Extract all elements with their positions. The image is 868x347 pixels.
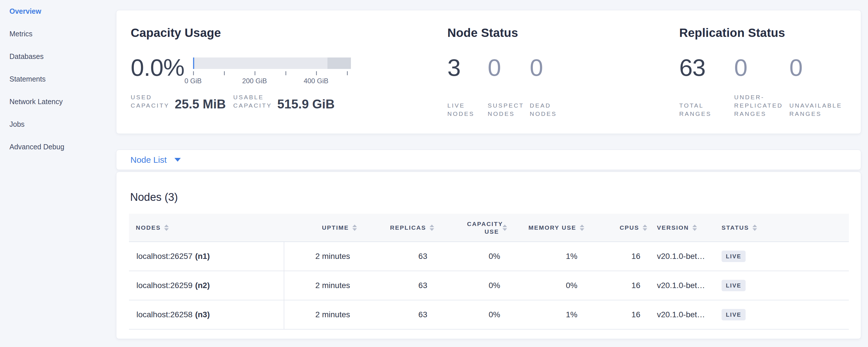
stat-value-under-replicated-ranges: 0 — [734, 57, 789, 78]
nodes-table-card: Nodes (3) NODESUPTIMEREPLICASCAPACITY US… — [116, 171, 861, 339]
sort-down-arrow — [580, 228, 584, 231]
node-id: (n1) — [195, 252, 210, 261]
version-cell: v20.1.0-bet… — [655, 271, 720, 300]
column-header-memory-use[interactable]: MEMORY USE — [515, 214, 592, 242]
stat-value-live-nodes: 3 — [447, 57, 488, 78]
column-header-label: CPUS — [620, 224, 639, 231]
memory-use-cell: 0% — [515, 271, 592, 300]
replicas-cell: 63 — [364, 271, 441, 300]
sort-down-arrow — [643, 228, 647, 231]
stat-value-dead-nodes: 0 — [530, 57, 576, 78]
sort-down-arrow — [352, 228, 357, 231]
used-capacity-value: 25.5 MiB — [175, 99, 226, 109]
replicas-cell: 63 — [364, 242, 441, 271]
axis-tick-label: 0 GiB — [184, 77, 202, 85]
sidebar-item-overview[interactable]: Overview — [9, 0, 116, 23]
status-cell: LIVE — [720, 301, 849, 329]
capacity-use-cell: 0% — [441, 271, 515, 300]
axis-tick — [285, 71, 286, 75]
node-id: (n3) — [195, 310, 210, 319]
sidebar-item-jobs[interactable]: Jobs — [9, 113, 116, 135]
capacity-axis: 0 GiB200 GiB400 GiB — [193, 69, 351, 87]
stat-value-total-ranges: 63 — [679, 57, 734, 78]
stat-label-suspect-nodes: SUSPECT NODES — [488, 101, 523, 118]
status-cell: LIVE — [720, 242, 849, 271]
column-header-label: MEMORY USE — [529, 224, 576, 231]
column-header-nodes[interactable]: NODES — [129, 214, 284, 242]
node-status-stats: 3LIVE NODES0SUSPECT NODES0DEAD NODES — [447, 57, 679, 118]
stat-label-live-nodes: LIVE NODES — [447, 101, 483, 118]
version-cell: v20.1.0-bet… — [655, 242, 720, 271]
sort-icon — [352, 225, 357, 231]
memory-use-cell: 1% — [515, 242, 592, 271]
capacity-bar-chart: 0 GiB200 GiB400 GiB — [193, 57, 351, 87]
uptime-cell: 2 minutes — [284, 301, 364, 329]
sort-up-arrow — [752, 225, 757, 227]
axis-tick — [316, 71, 317, 75]
sidebar-item-metrics[interactable]: Metrics — [9, 23, 116, 45]
node-address: localhost:26257 — [136, 252, 192, 261]
node-list-dropdown-label: Node List — [130, 155, 167, 165]
used-capacity-label: USED CAPACITY — [131, 93, 174, 109]
column-header-label: REPLICAS — [390, 224, 426, 231]
node-row-n2[interactable]: localhost:26259(n2)2 minutes630%0%16v20.… — [129, 271, 849, 301]
sidebar-item-statements[interactable]: Statements — [9, 68, 116, 90]
sort-icon — [430, 225, 434, 231]
column-header-uptime[interactable]: UPTIME — [284, 214, 364, 242]
sidebar-item-network-latency[interactable]: Network Latency — [9, 90, 116, 113]
replication-status-title: Replication Status — [679, 27, 846, 39]
capacity-bar-used-segment — [193, 58, 194, 69]
node-address-cell: localhost:26259(n2) — [129, 271, 284, 300]
stat-label-under-replicated-ranges: UNDER-REPLICATED RANGES — [734, 93, 788, 118]
node-row-n3[interactable]: localhost:26258(n3)2 minutes630%1%16v20.… — [129, 301, 849, 329]
capacity-use-cell: 0% — [441, 242, 515, 271]
sidebar: OverviewMetricsDatabasesStatementsNetwor… — [0, 0, 116, 158]
uptime-cell: 2 minutes — [284, 271, 364, 300]
status-badge: LIVE — [721, 251, 746, 262]
cpus-cell: 16 — [592, 242, 655, 271]
axis-tick — [224, 71, 225, 75]
column-header-status[interactable]: STATUS — [720, 214, 849, 242]
column-header-cpus[interactable]: CPUS — [592, 214, 655, 242]
sort-icon — [692, 225, 697, 231]
sidebar-item-databases[interactable]: Databases — [9, 45, 116, 68]
stat-dead-nodes: 0DEAD NODES — [530, 57, 576, 118]
node-list-dropdown[interactable]: Node List — [130, 155, 181, 165]
replication-status-stats: 63TOTAL RANGES0UNDER-REPLICATED RANGES0U… — [679, 57, 846, 118]
node-address: localhost:26259 — [136, 281, 192, 290]
sort-icon — [502, 225, 507, 231]
usable-capacity-value: 515.9 GiB — [277, 99, 335, 109]
used-capacity-stat: USED CAPACITY 25.5 MiB — [131, 93, 226, 109]
sort-down-arrow — [502, 228, 507, 231]
stat-suspect-nodes: 0SUSPECT NODES — [488, 57, 530, 118]
node-address-cell: localhost:26257(n1) — [129, 242, 284, 271]
status-badge: LIVE — [721, 280, 746, 291]
column-header-label: VERSION — [657, 224, 689, 231]
capacity-used-percent: 0.0% — [131, 57, 188, 87]
cpus-cell: 16 — [592, 271, 655, 300]
column-header-label: STATUS — [721, 224, 749, 231]
cpus-cell: 16 — [592, 301, 655, 329]
sort-down-arrow — [692, 228, 697, 231]
usable-capacity-stat: USABLE CAPACITY 515.9 GiB — [234, 93, 335, 109]
capacity-bar-track — [193, 58, 351, 69]
axis-tick-label: 200 GiB — [242, 77, 267, 85]
node-list-selector-card: Node List — [116, 150, 861, 170]
node-address: localhost:26258 — [136, 310, 192, 319]
column-header-capacity-use[interactable]: CAPACITY USE — [441, 214, 515, 242]
sort-up-arrow — [643, 225, 647, 227]
node-id: (n2) — [195, 281, 210, 290]
replicas-cell: 63 — [364, 301, 441, 329]
axis-tick — [254, 71, 255, 75]
node-row-n1[interactable]: localhost:26257(n1)2 minutes630%1%16v20.… — [129, 242, 849, 271]
capacity-use-cell: 0% — [441, 301, 515, 329]
column-header-version[interactable]: VERSION — [655, 214, 720, 242]
memory-use-cell: 1% — [515, 301, 592, 329]
uptime-cell: 2 minutes — [284, 242, 364, 271]
axis-tick — [193, 71, 194, 75]
column-header-replicas[interactable]: REPLICAS — [364, 214, 441, 242]
sidebar-item-advanced-debug[interactable]: Advanced Debug — [9, 135, 116, 158]
main-content: Capacity Usage 0.0% 0 GiB200 GiB400 GiB … — [116, 0, 861, 339]
stat-value-suspect-nodes: 0 — [488, 57, 530, 78]
sort-up-arrow — [164, 225, 169, 227]
